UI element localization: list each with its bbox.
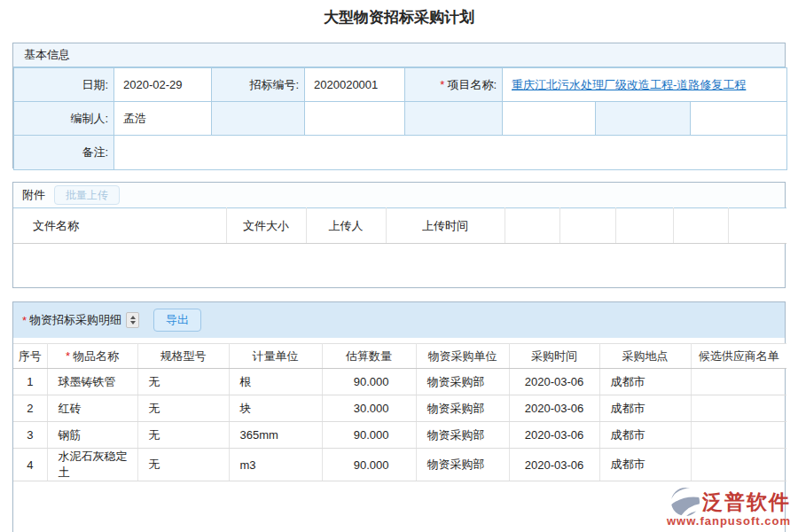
table-row: 3 钢筋 无 365mm 90.000 物资采购部 2020-03-06 成都市	[13, 422, 786, 449]
brand-website: www.fanpusoft.com	[667, 514, 791, 528]
details-title: 物资招标采购明细	[29, 312, 121, 328]
cell-item-name: 钢筋	[47, 422, 137, 449]
empty-header-cell	[673, 208, 728, 244]
table-header-row: 文件名称 文件大小 上传人 上传时间	[13, 208, 786, 244]
cell-quantity: 30.000	[322, 395, 416, 422]
table-row: 1 球墨铸铁管 无 根 90.000 物资采购部 2020-03-06 成都市	[13, 369, 786, 395]
empty-label-cell	[405, 102, 503, 136]
cell-place: 成都市	[599, 449, 691, 481]
attachments-table: 文件名称 文件大小 上传人 上传时间	[13, 207, 786, 244]
attachments-header: 附件 批量上传	[13, 183, 785, 207]
date-value: 2020-02-29	[114, 68, 212, 102]
cell-suppliers	[691, 449, 786, 481]
basic-info-header: 基本信息	[13, 43, 785, 67]
batch-upload-button[interactable]: 批量上传	[54, 185, 120, 205]
brand-footer: 泛普软件 www.fanpusoft.com	[667, 487, 791, 528]
col-procure-place: 采购地点	[599, 344, 691, 369]
cell-spec: 无	[137, 369, 229, 395]
empty-value-cell	[691, 102, 787, 136]
col-procure-time: 采购时间	[509, 344, 599, 369]
brand-name: 泛普软件	[702, 489, 791, 516]
col-file-name: 文件名称	[13, 208, 226, 244]
empty-label-cell	[596, 102, 691, 136]
details-header: * 物资招标采购明细 导出	[13, 302, 785, 338]
empty-value-cell	[305, 102, 405, 136]
col-item-name: *物品名称	[47, 344, 137, 369]
sort-spinner-icon[interactable]	[126, 312, 139, 328]
remarks-value	[114, 136, 787, 170]
empty-header-cell	[615, 208, 673, 244]
cell-quantity: 90.000	[322, 422, 416, 449]
export-button[interactable]: 导出	[153, 309, 201, 332]
table-header-row: 序号 *物品名称 规格型号 计量单位 估算数量 物资采购单位 采购时间 采购地点…	[13, 344, 786, 369]
cell-dept: 物资采购部	[416, 449, 509, 481]
empty-header-cell	[505, 208, 559, 244]
table-row: 日期: 2020-02-29 招标编号: 2020020001 *项目名称: 重…	[14, 68, 787, 102]
cell-unit: 块	[229, 395, 322, 422]
cell-item-name: 水泥石灰稳定土	[47, 449, 137, 481]
attachments-section: 附件 批量上传 文件名称 文件大小 上传人 上传时间	[12, 182, 786, 288]
project-name-cell: 重庆江北污水处理厂级改造工程-道路修复工程	[503, 68, 787, 102]
cell-spec: 无	[137, 449, 229, 481]
remarks-label: 备注:	[14, 136, 114, 170]
cell-suppliers	[691, 422, 786, 449]
cell-item-name: 红砖	[47, 395, 137, 422]
table-row: 2 红砖 无 块 30.000 物资采购部 2020-03-06 成都市	[13, 395, 786, 422]
col-spec-model: 规格型号	[137, 344, 229, 369]
cell-seq: 2	[13, 395, 47, 422]
cell-time: 2020-03-06	[509, 422, 599, 449]
col-procure-dept: 物资采购单位	[416, 344, 509, 369]
cell-spec: 无	[137, 422, 229, 449]
col-unit: 计量单位	[229, 344, 322, 369]
cell-item-name: 球墨铸铁管	[47, 369, 137, 395]
details-table: 序号 *物品名称 规格型号 计量单位 估算数量 物资采购单位 采购时间 采购地点…	[13, 343, 786, 481]
required-asterisk: *	[66, 349, 70, 363]
basic-info-table: 日期: 2020-02-29 招标编号: 2020020001 *项目名称: 重…	[13, 67, 787, 170]
cell-unit: m3	[229, 449, 322, 481]
page-title: 大型物资招标采购计划	[0, 7, 798, 27]
empty-header-cell	[559, 208, 615, 244]
cell-quantity: 90.000	[322, 369, 416, 395]
bid-no-value: 2020020001	[305, 68, 405, 102]
cell-place: 成都市	[599, 369, 691, 395]
cell-seq: 4	[13, 449, 47, 481]
col-uploader: 上传人	[306, 208, 386, 244]
cell-spec: 无	[137, 395, 229, 422]
col-upload-time: 上传时间	[386, 208, 505, 244]
cell-dept: 物资采购部	[416, 422, 509, 449]
empty-label-cell	[212, 102, 305, 136]
basic-info-section: 基本信息 日期: 2020-02-29 招标编号: 2020020001 *项目…	[12, 43, 786, 168]
cell-place: 成都市	[599, 395, 691, 422]
cell-seq: 1	[13, 369, 47, 395]
col-seq: 序号	[13, 344, 47, 369]
preparer-label: 编制人:	[14, 102, 114, 136]
table-row: 备注:	[14, 136, 787, 170]
date-label: 日期:	[14, 68, 114, 102]
cell-suppliers	[691, 369, 786, 395]
cell-unit: 根	[229, 369, 322, 395]
cell-seq: 3	[13, 422, 47, 449]
cell-dept: 物资采购部	[416, 395, 509, 422]
col-file-size: 文件大小	[226, 208, 306, 244]
bid-no-label: 招标编号:	[212, 68, 305, 102]
cell-suppliers	[691, 395, 786, 422]
table-row: 编制人: 孟浩	[14, 102, 787, 136]
cell-dept: 物资采购部	[416, 369, 509, 395]
table-row: 4 水泥石灰稳定土 无 m3 90.000 物资采购部 2020-03-06 成…	[13, 449, 786, 481]
empty-value-cell	[503, 102, 596, 136]
cell-time: 2020-03-06	[509, 369, 599, 395]
attachments-title: 附件	[22, 187, 45, 203]
project-name-link[interactable]: 重庆江北污水处理厂级改造工程-道路修复工程	[512, 78, 746, 91]
cell-time: 2020-03-06	[509, 449, 599, 481]
col-candidate-suppliers: 候选供应商名单	[691, 344, 786, 369]
empty-header-cell	[728, 208, 786, 244]
fanpu-logo-icon	[670, 487, 700, 517]
col-est-quantity: 估算数量	[322, 344, 416, 369]
required-asterisk: *	[22, 314, 27, 327]
cell-quantity: 90.000	[322, 449, 416, 481]
cell-time: 2020-03-06	[509, 395, 599, 422]
required-asterisk: *	[440, 78, 444, 91]
project-name-label: *项目名称:	[405, 68, 503, 102]
preparer-value: 孟浩	[114, 102, 212, 136]
cell-place: 成都市	[599, 422, 691, 449]
